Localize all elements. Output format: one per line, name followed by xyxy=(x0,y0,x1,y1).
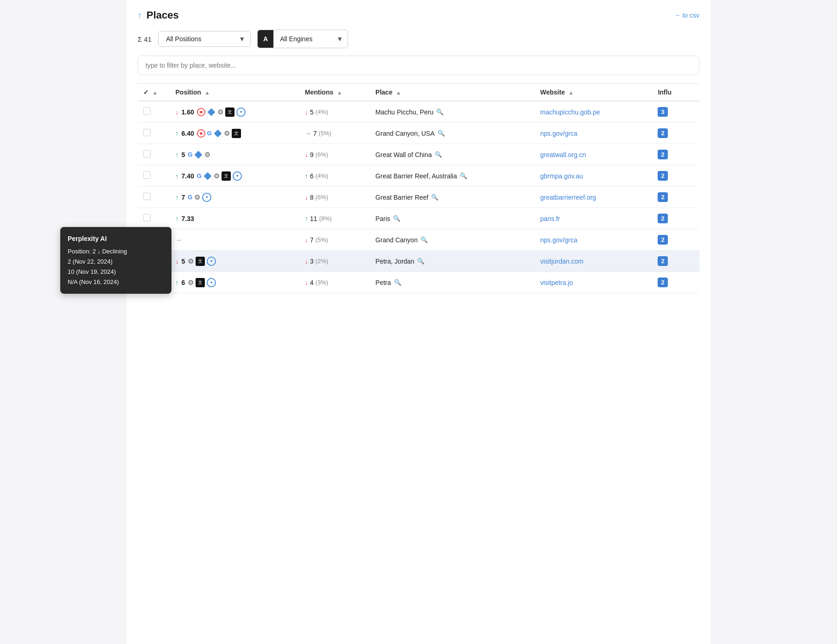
website-link[interactable]: gbrmpa.gov.au xyxy=(540,172,583,180)
website-link[interactable]: machupicchu.gob.pe xyxy=(540,108,600,116)
row-website-cell: gbrmpa.gov.au xyxy=(535,165,653,187)
row-checkbox[interactable] xyxy=(143,129,151,136)
mentions-cell: ↓ 7 (5%) xyxy=(305,236,364,244)
row-place-cell: Great Barrier Reef, Australia 🔍 xyxy=(370,165,534,187)
table-row: ↑ 5 G⚙ ↓ 9 (6%) Great Wall of China 🔍 gr… xyxy=(138,144,699,165)
place-cell: Paris 🔍 xyxy=(375,215,529,222)
position-cell: ↑ 5 G⚙ xyxy=(176,151,294,159)
row-checkbox-cell xyxy=(138,187,170,208)
position-cell: ↓ 1.60 ⚙文✦ xyxy=(176,107,294,117)
kanji-icon: 文 xyxy=(222,171,231,181)
place-search-icon[interactable]: 🔍 xyxy=(438,130,445,137)
trend-down-icon: ↓ xyxy=(305,151,308,158)
position-value: 6 xyxy=(182,279,185,286)
row-website-cell: greatbarrierreef.org xyxy=(535,187,653,208)
place-name: Great Barrier Reef xyxy=(375,194,428,201)
website-link[interactable]: nps.gov/grca xyxy=(540,236,577,244)
mention-percent: (3%) xyxy=(316,279,328,286)
sort-icon-check[interactable]: ▲ xyxy=(152,90,158,95)
place-cell: Great Barrier Reef, Australia 🔍 xyxy=(375,172,529,180)
engine-icon-box: A xyxy=(258,30,273,48)
row-position-cell: ↑ 7 G⚙✦ xyxy=(170,187,299,208)
trend-down-icon: ↓ xyxy=(305,108,308,116)
place-cell: Machu Picchu, Peru 🔍 xyxy=(375,108,529,116)
website-link[interactable]: visitjordan.com xyxy=(540,258,583,265)
trend-up-icon: ↑ xyxy=(176,130,179,137)
row-checkbox[interactable] xyxy=(143,150,151,158)
row-position-cell: ↑ 7.40 G⚙文✦ xyxy=(170,165,299,187)
row-influence-cell: 2 xyxy=(652,251,699,272)
col-header-mentions: Mentions ▲ xyxy=(299,84,370,101)
position-value: 5 xyxy=(182,258,185,265)
influence-badge: 2 xyxy=(658,128,667,138)
diamond-icon xyxy=(194,151,203,159)
position-value: 7.33 xyxy=(182,215,194,222)
gear-icon: ⚙ xyxy=(194,193,200,202)
perplexity-tooltip: Perplexity AI Position: 2 ↓ Declining 2 … xyxy=(60,227,171,294)
col-header-place: Place ▲ xyxy=(370,84,534,101)
filter-input[interactable] xyxy=(138,56,699,75)
position-value: 7 xyxy=(182,194,185,201)
to-csv-link[interactable]: → to csv xyxy=(674,12,699,19)
col-header-influence: Influ xyxy=(652,84,699,101)
row-website-cell: greatwall.org.cn xyxy=(535,144,653,165)
row-position-cell: ↓ 1.60 ⚙文✦ xyxy=(170,101,299,123)
place-search-icon[interactable]: 🔍 xyxy=(393,215,400,222)
engine-select[interactable]: All Engines xyxy=(273,32,348,46)
page-header: ↑ Places → to csv xyxy=(138,9,699,21)
mentions-cell: → 7 (5%) xyxy=(305,130,364,137)
row-mentions-cell: ↑ 11 (8%) xyxy=(299,208,370,229)
col-header-website: Website ▲ xyxy=(535,84,653,101)
row-position-cell: ↑ 6 ⚙文✦ xyxy=(170,272,299,293)
col-header-check: ✓ ▲ xyxy=(138,84,170,101)
sort-icon-place[interactable]: ▲ xyxy=(396,90,401,95)
place-search-icon[interactable]: 🔍 xyxy=(417,258,425,265)
row-checkbox[interactable] xyxy=(143,193,151,200)
row-place-cell: Great Barrier Reef 🔍 xyxy=(370,187,534,208)
place-search-icon[interactable]: 🔍 xyxy=(435,151,442,158)
row-checkbox[interactable] xyxy=(143,107,151,115)
mentions-cell: ↓ 5 (4%) xyxy=(305,108,364,116)
gear-icon: ⚙ xyxy=(204,151,210,159)
row-checkbox[interactable] xyxy=(143,214,151,221)
row-place-cell: Paris 🔍 xyxy=(370,208,534,229)
place-search-icon[interactable]: 🔍 xyxy=(460,172,467,179)
website-link[interactable]: paris.fr xyxy=(540,215,560,222)
table-row: ↑ 6 ⚙文✦ ↓ 4 (3%) Petra 🔍 visitpetra.jo 2 xyxy=(138,272,699,293)
google-icon: G xyxy=(188,194,192,201)
mentions-cell: ↑ 6 (4%) xyxy=(305,172,364,180)
website-link[interactable]: greatwall.org.cn xyxy=(540,151,586,158)
sort-icon-position[interactable]: ▲ xyxy=(205,90,210,95)
place-name: Great Wall of China xyxy=(375,151,432,158)
row-position-cell: → xyxy=(170,229,299,251)
trend-up-icon: ↑ xyxy=(176,151,179,158)
table-body: ↓ 1.60 ⚙文✦ ↓ 5 (4%) Machu Picchu, Peru 🔍… xyxy=(138,101,699,293)
place-search-icon[interactable]: 🔍 xyxy=(394,279,401,286)
website-link[interactable]: greatbarrierreef.org xyxy=(540,194,596,201)
website-link[interactable]: nps.gov/grca xyxy=(540,130,577,137)
row-mentions-cell: ↓ 9 (6%) xyxy=(299,144,370,165)
table-row: ↓ 1.60 ⚙文✦ ↓ 5 (4%) Machu Picchu, Peru 🔍… xyxy=(138,101,699,123)
mentions-cell: ↓ 8 (6%) xyxy=(305,194,364,201)
sort-icon-website[interactable]: ▲ xyxy=(569,90,574,95)
diamond-icon xyxy=(203,172,212,180)
trend-up-icon: ↑ xyxy=(176,172,179,180)
positions-select[interactable]: All Positions xyxy=(158,31,251,47)
mentions-cell: ↓ 4 (3%) xyxy=(305,279,364,286)
row-checkbox-cell xyxy=(138,123,170,144)
row-checkbox[interactable] xyxy=(143,171,151,179)
place-name: Paris xyxy=(375,215,390,222)
engine-icons: G⚙ xyxy=(188,151,210,159)
website-link[interactable]: visitpetra.jo xyxy=(540,279,573,286)
place-search-icon[interactable]: 🔍 xyxy=(436,108,444,115)
mention-number: 11 xyxy=(310,215,317,222)
place-name: Great Barrier Reef, Australia xyxy=(375,172,457,180)
mention-percent: (4%) xyxy=(316,172,328,179)
sort-icon-mentions[interactable]: ▲ xyxy=(337,90,342,95)
row-position-cell: ↑ 7.33 xyxy=(170,208,299,229)
place-search-icon[interactable]: 🔍 xyxy=(431,194,438,201)
sigma-count: Σ 41 xyxy=(138,35,152,43)
place-search-icon[interactable]: 🔍 xyxy=(420,236,428,243)
row-mentions-cell: ↓ 8 (6%) xyxy=(299,187,370,208)
up-arrow-icon: ↑ xyxy=(138,11,142,20)
